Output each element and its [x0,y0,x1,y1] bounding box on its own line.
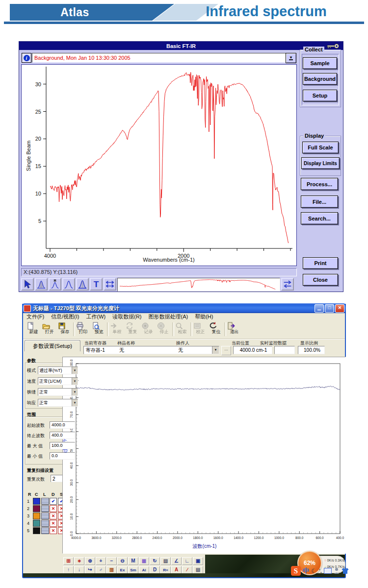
file-button[interactable]: File... [301,196,338,208]
menu-item-0[interactable]: 文件(F) [23,313,48,320]
color-swatch[interactable] [33,498,40,505]
zoom-out-icon[interactable]: ⊖ [117,557,128,565]
table-icon[interactable]: ▤ [193,566,203,574]
checkbox-crossed[interactable]: ✕ [50,520,57,527]
swap-arrows-tool[interactable] [281,278,294,291]
pen-icon[interactable]: ∕ [182,566,192,574]
ruler-icon[interactable]: ▥ [106,566,117,574]
peak-outline-tool[interactable] [62,278,75,291]
toolbar-reset-button[interactable]: 复位 [209,321,224,338]
axis-b-icon[interactable]: ∟ [182,557,192,565]
center-icon[interactable]: ∗ [74,557,84,565]
grid-icon[interactable]: ▤ [160,557,171,565]
range-field-2[interactable]: 100.0 [50,442,75,449]
chevron-down-icon[interactable]: ▼ [72,367,78,374]
move-down-icon[interactable]: ↓ [74,566,84,574]
absorbance-icon[interactable]: A [171,566,182,574]
chinese-mode-icon[interactable]: 中 [303,566,309,575]
color-swatch[interactable] [33,520,40,527]
ftir-chart-panel[interactable]: 5101520253040002000 Single Beam Wavenumb… [21,64,297,266]
peak-shaded-tool[interactable] [35,278,48,291]
param-combo-1[interactable]: 正常(1/CM)▼ [38,377,78,385]
toolbar-new-button[interactable]: 新建 [26,321,41,338]
peak-pick-tool[interactable] [49,278,61,291]
info-button[interactable]: i [22,53,31,63]
shirt-icon[interactable] [342,567,349,574]
shrink-y-icon[interactable]: − [106,557,117,565]
line-style-icon[interactable] [41,527,49,534]
tab-setup[interactable]: 参数设置(Setup) [25,340,80,351]
process-button[interactable]: Process... [301,178,338,190]
ftir-spectrum-chart[interactable]: 5101520253040002000 [22,65,296,266]
toolbar-open-button[interactable]: 打开 [42,321,57,338]
line-style-icon[interactable] [41,513,49,519]
background-button[interactable]: Background [303,73,337,85]
menu-item-1[interactable]: 信息/视图(I) [48,313,82,320]
expand-x-tool[interactable] [104,278,116,291]
line-style-icon[interactable] [41,505,49,512]
toolbar-save-button[interactable]: 保存 [57,321,73,338]
checkbox-crossed[interactable]: ✕ [50,527,57,534]
maximize-button[interactable]: □ [325,304,334,313]
chevron-down-icon[interactable]: ▼ [72,389,78,395]
register-combo[interactable]: 寄存器-1 无 无 ▼ [83,346,219,354]
peak-filled-tool[interactable] [76,278,89,291]
close-button[interactable]: Close [303,274,338,286]
punctuation-icon[interactable]: ’, [319,568,322,574]
line-style-icon[interactable] [41,520,49,527]
frame-icon[interactable]: ▣ [193,557,203,565]
spectrum-overview-strip[interactable] [117,278,280,292]
spectrum-title-field[interactable]: Background, Mon Jan 10 13:30:30 2005 [32,53,286,63]
param-combo-3[interactable]: 正常▼ [38,399,78,407]
tj270-chart-panel[interactable]: 0.010.020.030.040.050.060.070.080.090.01… [62,357,346,554]
param-combo-0[interactable]: 通过率(%T)▼ [38,367,78,374]
ftir-titlebar[interactable]: Basic FT-IR [19,42,343,50]
move-up-icon[interactable]: ↑ [63,566,74,574]
range-field-0[interactable]: 4000.0 [50,421,75,429]
line-style-icon[interactable] [41,498,49,505]
derivative-icon[interactable]: D [150,566,160,574]
checkbox-checked[interactable]: ✔ [50,498,57,505]
checkbox-crossed[interactable]: ✕ [50,505,57,512]
print-button[interactable]: Print [303,257,338,269]
menu-item-5[interactable]: 帮助(H) [191,313,216,320]
color-swatch[interactable] [33,513,40,519]
search-button[interactable]: Search... [301,212,338,224]
param-combo-2[interactable]: 正常▼ [38,388,78,396]
menu-item-2[interactable]: 工作(W) [83,313,109,320]
close-window-button[interactable]: ✕ [335,304,344,313]
combo-arrow-icon[interactable]: ▼ [212,346,219,354]
redraw-icon[interactable]: ↻ [150,557,160,565]
setup-button[interactable]: Setup [303,90,337,101]
trace-icon[interactable]: ↪ [85,566,95,574]
soft-keyboard-icon[interactable] [324,568,332,574]
minimize-button[interactable]: ▁ [315,304,324,313]
full-view-icon[interactable]: ⊞ [63,557,74,565]
range-field-3[interactable]: 0.0 [50,452,75,460]
peak-icon[interactable]: M [128,557,138,565]
chevron-down-icon[interactable]: ▼ [72,399,78,406]
checkbox-crossed[interactable]: ✕ [50,513,57,519]
tj270-titlebar[interactable]: 无标题 - TJ270型 双光束分光光度计 ▁ □ ✕ [22,303,346,313]
color-swatch[interactable] [33,527,40,534]
tj270-chart[interactable]: 0.010.020.030.040.050.060.070.080.090.01… [63,357,345,553]
sogou-icon[interactable]: S [291,566,301,576]
marker-icon[interactable]: ♂ [96,566,106,574]
zoom-in-icon[interactable]: ⊕ [85,557,95,565]
expand-y-icon[interactable]: + [96,557,106,565]
text-tool[interactable]: T [90,278,103,291]
pointer-tool[interactable] [21,278,34,291]
menu-item-3[interactable]: 读取数据(R) [109,313,145,320]
display-limits-button[interactable]: Display Limits [301,157,340,169]
image-icon[interactable]: ▦ [139,557,149,565]
toolbar-print-button[interactable]: 打印 [76,321,91,338]
menu-item-4[interactable]: 图形数据处理(A) [145,313,192,320]
full-scale-button[interactable]: Full Scale [302,142,339,153]
range-field-1[interactable]: 400.0 [50,432,75,439]
toolbar-exit-button[interactable]: 退出 [227,321,242,338]
chevron-down-icon[interactable]: ▼ [72,378,78,385]
moon-icon[interactable]: ☾ [311,567,317,575]
user-icon[interactable] [334,567,340,574]
sample-button[interactable]: Sample [303,57,337,69]
spectrum-dropdown-button[interactable]: ▼ [286,53,296,63]
